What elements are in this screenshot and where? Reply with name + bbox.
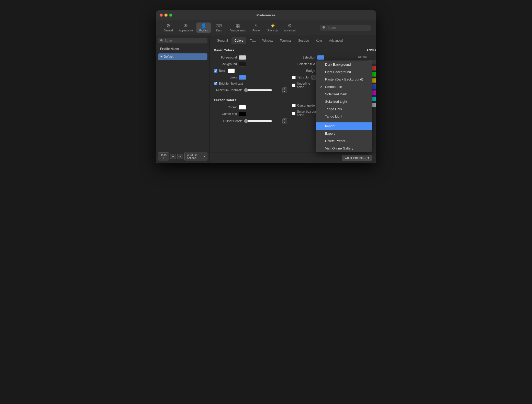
toolbar-item-general[interactable]: ⚙ General xyxy=(161,22,175,33)
dropdown-delete-preset[interactable]: Delete Preset... xyxy=(316,137,372,145)
maximize-button[interactable] xyxy=(169,14,172,17)
underline-label: Underline color xyxy=(297,82,316,89)
tab-colors[interactable]: Colors xyxy=(231,37,247,44)
cursor-text-label: Cursor text xyxy=(214,112,237,116)
toolbar-search[interactable]: 🔍 xyxy=(320,25,371,31)
basic-colors-section: Basic Colors Foreground Background Bold xyxy=(214,48,287,126)
chevron-down-icon: ▾ xyxy=(204,155,205,158)
bold-row: Bold xyxy=(214,68,287,73)
brighten-label: Brighten bold text xyxy=(219,82,243,85)
tags-button[interactable]: Tags > xyxy=(158,152,169,160)
cursor-boost-row: Cursor Boost: 0 ▲ ▼ xyxy=(214,118,287,124)
chevron-down-icon: ▾ xyxy=(368,156,369,160)
dropdown-separator xyxy=(316,121,372,121)
dropdown-solarized-light[interactable]: Solarized Light xyxy=(316,98,372,105)
tab-advanced[interactable]: Advanced xyxy=(326,37,346,44)
badge-label: Badge xyxy=(292,69,315,73)
min-contrast-row: Minimum Contrast: 0 ▲ ▼ xyxy=(214,87,287,93)
sidebar-footer: Tags > + − ⊙ Other Actions... ▾ xyxy=(158,150,207,160)
brighten-row: Brighten bold text xyxy=(214,82,287,85)
toolbar-item-pointer[interactable]: ↖ Pointer xyxy=(249,22,264,33)
tab-color-checkbox[interactable] xyxy=(292,76,296,79)
background-label: Background xyxy=(214,62,237,66)
dropdown-pastel-dark[interactable]: Pastel (Dark Background) xyxy=(316,76,372,83)
profile-list-header: Profile Name xyxy=(158,46,207,52)
cursor-boost-value: 0 xyxy=(274,119,280,123)
titlebar: Preferences xyxy=(156,10,376,20)
search-icon: 🔍 xyxy=(322,26,326,30)
toolbar-item-keys[interactable]: ⌨ Keys xyxy=(212,22,226,33)
ansi-header: Normal Bright xyxy=(329,55,376,58)
window-title: Preferences xyxy=(257,13,275,17)
toolbar-search-input[interactable] xyxy=(328,26,368,30)
cursor-boost-down[interactable]: ▼ xyxy=(283,121,287,124)
selection-swatch[interactable] xyxy=(317,55,324,60)
preferences-window: Preferences ⚙ General 👁 Appearance 👤 Pro… xyxy=(156,10,376,163)
dropdown-import[interactable]: Import... xyxy=(316,122,372,130)
links-swatch[interactable] xyxy=(239,75,246,80)
underline-checkbox[interactable] xyxy=(292,84,295,87)
toolbar-label-profiles: Profiles xyxy=(199,29,208,32)
dropdown-visit-gallery[interactable]: Visit Online Gallery xyxy=(316,145,372,152)
bold-swatch[interactable] xyxy=(228,68,235,73)
tab-keys[interactable]: Keys xyxy=(313,37,326,44)
color-presets-button[interactable]: Color Presets... ▾ xyxy=(342,155,372,161)
color-presets-label: Color Presets... xyxy=(345,156,366,160)
pointer-icon: ↖ xyxy=(254,24,258,28)
toolbar-label-advanced: Advanced xyxy=(284,29,295,32)
min-contrast-up[interactable]: ▲ xyxy=(283,88,287,90)
ansi-title: ANSI Colors xyxy=(329,48,376,52)
min-contrast-slider[interactable] xyxy=(244,88,272,92)
other-actions-button[interactable]: ⊙ Other Actions... ▾ xyxy=(184,152,207,160)
content-area: 🔍 Profile Name ★ Default Tags > + − ⊙ Ot… xyxy=(156,35,376,163)
links-label: Links xyxy=(214,76,237,79)
min-contrast-stepper[interactable]: ▲ ▼ xyxy=(282,87,287,93)
cursor-label: Cursor xyxy=(214,106,237,109)
remove-profile-button[interactable]: − xyxy=(177,154,183,159)
background-swatch[interactable] xyxy=(239,62,246,66)
brighten-checkbox[interactable] xyxy=(214,82,217,85)
foreground-swatch[interactable] xyxy=(239,55,246,60)
sidebar-search-container[interactable]: 🔍 xyxy=(158,38,207,43)
dropdown-export[interactable]: Export... xyxy=(316,130,372,137)
gear-icon: ⚙ xyxy=(166,24,170,28)
dropdown-solarized-dark[interactable]: Solarized Dark xyxy=(316,90,372,98)
bold-checkbox[interactable] xyxy=(214,69,217,73)
profile-item-default[interactable]: ★ Default xyxy=(158,53,207,60)
sidebar-search-icon: 🔍 xyxy=(160,39,164,42)
tab-session[interactable]: Session xyxy=(295,37,312,44)
basic-colors-title: Basic Colors xyxy=(214,48,287,52)
toolbar-item-appearance[interactable]: 👁 Appearance xyxy=(176,22,195,33)
close-button[interactable] xyxy=(160,14,163,17)
dropdown-tango-light[interactable]: Tango Light xyxy=(316,113,372,120)
cursor-boost-up[interactable]: ▲ xyxy=(283,119,287,121)
toolbar-item-advanced[interactable]: ⚙ Advanced xyxy=(282,22,298,33)
toolbar: ⚙ General 👁 Appearance 👤 Profiles ⌨ Keys… xyxy=(156,20,376,35)
cursor-swatch[interactable] xyxy=(239,105,246,110)
dropdown-light-bg[interactable]: Light Background xyxy=(316,68,372,76)
selection-row: Selection xyxy=(292,55,324,60)
cursor-text-swatch[interactable] xyxy=(239,112,246,116)
keyboard-icon: ⌨ xyxy=(216,24,222,28)
toolbar-item-arrangements[interactable]: ▦ Arrangements xyxy=(227,22,248,33)
tab-text[interactable]: Text xyxy=(247,37,259,44)
dropdown-dark-bg[interactable]: Dark Background xyxy=(316,61,372,68)
cursor-boost-slider[interactable] xyxy=(244,119,272,123)
tab-window[interactable]: Window xyxy=(259,37,276,44)
toolbar-item-profiles[interactable]: 👤 Profiles xyxy=(196,22,211,33)
cursor-guide-checkbox[interactable] xyxy=(292,104,296,107)
minimize-button[interactable] xyxy=(164,14,168,17)
tabs: General Colors Text Window Terminal Sess… xyxy=(210,35,376,44)
cursor-boost-stepper[interactable]: ▲ ▼ xyxy=(282,118,287,124)
smart-box-checkbox[interactable] xyxy=(292,112,295,115)
profile-item-label: ★ Default xyxy=(160,55,173,59)
tab-terminal[interactable]: Terminal xyxy=(277,37,294,44)
tab-general[interactable]: General xyxy=(214,37,231,44)
foreground-label: Foreground xyxy=(214,56,237,59)
sidebar-search-input[interactable] xyxy=(165,39,205,42)
min-contrast-down[interactable]: ▼ xyxy=(283,90,287,93)
add-profile-button[interactable]: + xyxy=(170,154,176,159)
toolbar-item-shortcuts[interactable]: ⚡ Shortcuts xyxy=(265,22,281,33)
dropdown-tango-dark[interactable]: Tango Dark xyxy=(316,105,372,113)
dropdown-smoooooth[interactable]: ✓ Smoooooth xyxy=(316,83,372,90)
